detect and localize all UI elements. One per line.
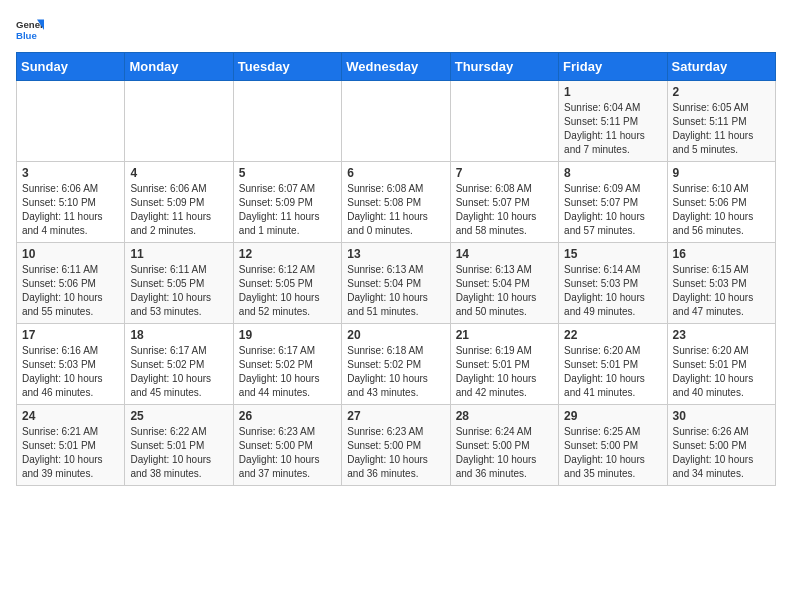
calendar-day-cell: 8Sunrise: 6:09 AM Sunset: 5:07 PM Daylig…: [559, 162, 667, 243]
logo-icon: General Blue: [16, 16, 44, 44]
day-number: 23: [673, 328, 770, 342]
calendar-day-cell: [342, 81, 450, 162]
day-number: 1: [564, 85, 661, 99]
calendar-day-cell: 18Sunrise: 6:17 AM Sunset: 5:02 PM Dayli…: [125, 324, 233, 405]
day-info: Sunrise: 6:11 AM Sunset: 5:06 PM Dayligh…: [22, 263, 119, 319]
calendar-day-cell: 15Sunrise: 6:14 AM Sunset: 5:03 PM Dayli…: [559, 243, 667, 324]
day-number: 17: [22, 328, 119, 342]
calendar-week-row: 10Sunrise: 6:11 AM Sunset: 5:06 PM Dayli…: [17, 243, 776, 324]
day-info: Sunrise: 6:06 AM Sunset: 5:09 PM Dayligh…: [130, 182, 227, 238]
calendar-day-cell: 24Sunrise: 6:21 AM Sunset: 5:01 PM Dayli…: [17, 405, 125, 486]
calendar-week-row: 24Sunrise: 6:21 AM Sunset: 5:01 PM Dayli…: [17, 405, 776, 486]
calendar-table: SundayMondayTuesdayWednesdayThursdayFrid…: [16, 52, 776, 486]
day-info: Sunrise: 6:12 AM Sunset: 5:05 PM Dayligh…: [239, 263, 336, 319]
calendar-week-row: 1Sunrise: 6:04 AM Sunset: 5:11 PM Daylig…: [17, 81, 776, 162]
day-info: Sunrise: 6:08 AM Sunset: 5:07 PM Dayligh…: [456, 182, 553, 238]
day-number: 19: [239, 328, 336, 342]
day-number: 16: [673, 247, 770, 261]
day-number: 25: [130, 409, 227, 423]
weekday-header-friday: Friday: [559, 53, 667, 81]
calendar-day-cell: 25Sunrise: 6:22 AM Sunset: 5:01 PM Dayli…: [125, 405, 233, 486]
day-info: Sunrise: 6:22 AM Sunset: 5:01 PM Dayligh…: [130, 425, 227, 481]
day-number: 26: [239, 409, 336, 423]
day-info: Sunrise: 6:11 AM Sunset: 5:05 PM Dayligh…: [130, 263, 227, 319]
day-info: Sunrise: 6:09 AM Sunset: 5:07 PM Dayligh…: [564, 182, 661, 238]
weekday-header-sunday: Sunday: [17, 53, 125, 81]
svg-text:Blue: Blue: [16, 30, 37, 41]
calendar-day-cell: 11Sunrise: 6:11 AM Sunset: 5:05 PM Dayli…: [125, 243, 233, 324]
weekday-header-wednesday: Wednesday: [342, 53, 450, 81]
day-info: Sunrise: 6:17 AM Sunset: 5:02 PM Dayligh…: [130, 344, 227, 400]
calendar-day-cell: 30Sunrise: 6:26 AM Sunset: 5:00 PM Dayli…: [667, 405, 775, 486]
calendar-day-cell: 23Sunrise: 6:20 AM Sunset: 5:01 PM Dayli…: [667, 324, 775, 405]
day-info: Sunrise: 6:25 AM Sunset: 5:00 PM Dayligh…: [564, 425, 661, 481]
day-number: 12: [239, 247, 336, 261]
day-info: Sunrise: 6:14 AM Sunset: 5:03 PM Dayligh…: [564, 263, 661, 319]
day-number: 29: [564, 409, 661, 423]
day-number: 4: [130, 166, 227, 180]
calendar-day-cell: 16Sunrise: 6:15 AM Sunset: 5:03 PM Dayli…: [667, 243, 775, 324]
calendar-day-cell: [450, 81, 558, 162]
day-info: Sunrise: 6:04 AM Sunset: 5:11 PM Dayligh…: [564, 101, 661, 157]
day-info: Sunrise: 6:15 AM Sunset: 5:03 PM Dayligh…: [673, 263, 770, 319]
day-number: 14: [456, 247, 553, 261]
day-number: 11: [130, 247, 227, 261]
weekday-header-monday: Monday: [125, 53, 233, 81]
page-header: General Blue: [16, 16, 776, 44]
calendar-week-row: 3Sunrise: 6:06 AM Sunset: 5:10 PM Daylig…: [17, 162, 776, 243]
calendar-day-cell: 9Sunrise: 6:10 AM Sunset: 5:06 PM Daylig…: [667, 162, 775, 243]
day-number: 10: [22, 247, 119, 261]
day-number: 30: [673, 409, 770, 423]
day-info: Sunrise: 6:20 AM Sunset: 5:01 PM Dayligh…: [564, 344, 661, 400]
day-number: 3: [22, 166, 119, 180]
day-number: 22: [564, 328, 661, 342]
calendar-day-cell: [125, 81, 233, 162]
weekday-header-tuesday: Tuesday: [233, 53, 341, 81]
day-number: 27: [347, 409, 444, 423]
calendar-week-row: 17Sunrise: 6:16 AM Sunset: 5:03 PM Dayli…: [17, 324, 776, 405]
calendar-day-cell: 21Sunrise: 6:19 AM Sunset: 5:01 PM Dayli…: [450, 324, 558, 405]
day-number: 24: [22, 409, 119, 423]
day-info: Sunrise: 6:20 AM Sunset: 5:01 PM Dayligh…: [673, 344, 770, 400]
calendar-day-cell: 5Sunrise: 6:07 AM Sunset: 5:09 PM Daylig…: [233, 162, 341, 243]
day-number: 9: [673, 166, 770, 180]
day-info: Sunrise: 6:23 AM Sunset: 5:00 PM Dayligh…: [239, 425, 336, 481]
day-info: Sunrise: 6:16 AM Sunset: 5:03 PM Dayligh…: [22, 344, 119, 400]
day-number: 28: [456, 409, 553, 423]
calendar-day-cell: 4Sunrise: 6:06 AM Sunset: 5:09 PM Daylig…: [125, 162, 233, 243]
weekday-header-thursday: Thursday: [450, 53, 558, 81]
calendar-day-cell: 20Sunrise: 6:18 AM Sunset: 5:02 PM Dayli…: [342, 324, 450, 405]
day-number: 15: [564, 247, 661, 261]
calendar-day-cell: [17, 81, 125, 162]
calendar-day-cell: 10Sunrise: 6:11 AM Sunset: 5:06 PM Dayli…: [17, 243, 125, 324]
calendar-day-cell: 27Sunrise: 6:23 AM Sunset: 5:00 PM Dayli…: [342, 405, 450, 486]
calendar-day-cell: 14Sunrise: 6:13 AM Sunset: 5:04 PM Dayli…: [450, 243, 558, 324]
day-info: Sunrise: 6:13 AM Sunset: 5:04 PM Dayligh…: [347, 263, 444, 319]
day-number: 6: [347, 166, 444, 180]
day-number: 2: [673, 85, 770, 99]
day-info: Sunrise: 6:13 AM Sunset: 5:04 PM Dayligh…: [456, 263, 553, 319]
calendar-day-cell: 1Sunrise: 6:04 AM Sunset: 5:11 PM Daylig…: [559, 81, 667, 162]
day-info: Sunrise: 6:23 AM Sunset: 5:00 PM Dayligh…: [347, 425, 444, 481]
day-info: Sunrise: 6:19 AM Sunset: 5:01 PM Dayligh…: [456, 344, 553, 400]
calendar-day-cell: 22Sunrise: 6:20 AM Sunset: 5:01 PM Dayli…: [559, 324, 667, 405]
day-info: Sunrise: 6:06 AM Sunset: 5:10 PM Dayligh…: [22, 182, 119, 238]
calendar-day-cell: 13Sunrise: 6:13 AM Sunset: 5:04 PM Dayli…: [342, 243, 450, 324]
weekday-header-row: SundayMondayTuesdayWednesdayThursdayFrid…: [17, 53, 776, 81]
day-info: Sunrise: 6:21 AM Sunset: 5:01 PM Dayligh…: [22, 425, 119, 481]
day-number: 8: [564, 166, 661, 180]
day-info: Sunrise: 6:05 AM Sunset: 5:11 PM Dayligh…: [673, 101, 770, 157]
day-number: 20: [347, 328, 444, 342]
calendar-day-cell: 26Sunrise: 6:23 AM Sunset: 5:00 PM Dayli…: [233, 405, 341, 486]
calendar-day-cell: 17Sunrise: 6:16 AM Sunset: 5:03 PM Dayli…: [17, 324, 125, 405]
day-info: Sunrise: 6:17 AM Sunset: 5:02 PM Dayligh…: [239, 344, 336, 400]
logo: General Blue: [16, 16, 48, 44]
calendar-day-cell: 3Sunrise: 6:06 AM Sunset: 5:10 PM Daylig…: [17, 162, 125, 243]
calendar-day-cell: 28Sunrise: 6:24 AM Sunset: 5:00 PM Dayli…: [450, 405, 558, 486]
weekday-header-saturday: Saturday: [667, 53, 775, 81]
day-number: 18: [130, 328, 227, 342]
day-info: Sunrise: 6:07 AM Sunset: 5:09 PM Dayligh…: [239, 182, 336, 238]
calendar-day-cell: 2Sunrise: 6:05 AM Sunset: 5:11 PM Daylig…: [667, 81, 775, 162]
day-number: 7: [456, 166, 553, 180]
day-info: Sunrise: 6:24 AM Sunset: 5:00 PM Dayligh…: [456, 425, 553, 481]
